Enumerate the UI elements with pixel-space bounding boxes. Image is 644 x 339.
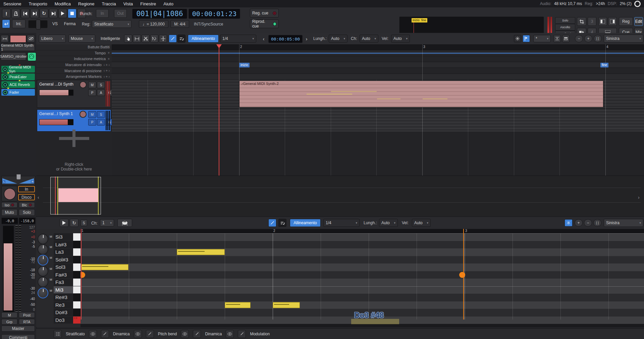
transport-loop-button[interactable]: ↻ [40,9,48,18]
timeline-playhead-line[interactable] [219,44,219,80]
track2-mute-button[interactable]: M [88,111,96,118]
timeline-rulers[interactable]: 234iniziofine [112,44,644,80]
summary-scroll-right[interactable]: › [638,195,640,200]
piano-key-La3[interactable] [73,248,80,256]
processor-general-midi-syn[interactable]: General MIDI Syn [1,66,35,72]
snap-toggle-button[interactable]: Allineamento [188,35,219,43]
edit-content-tool-button[interactable] [177,35,185,43]
cut-tool-button[interactable] [142,35,150,43]
transport-metronome-button[interactable] [11,9,20,18]
midi-snap-toggle[interactable]: Allineamento [290,219,321,227]
zoom-focus-dropdown[interactable]: Sinistra▾ [604,35,643,43]
playhead-line[interactable] [219,80,219,176]
ruler-row-add-buttons[interactable]: ‹ + › [104,69,110,72]
track-color-swatch[interactable] [10,35,26,43]
ruler-row-indicazione-metrica[interactable]: Indicazione metrica+ [36,56,112,62]
cc-mute-tag[interactable]: M [50,278,53,281]
lane-visible-button[interactable] [134,330,142,338]
record-arm-button[interactable] [1,186,17,201]
midi-follow-playhead-button[interactable] [565,219,573,227]
cc-knob[interactable] [38,288,48,298]
midi-draw-tool-button[interactable] [268,219,276,227]
lane-edit-button[interactable] [193,330,201,338]
editor-canvas[interactable]: ♪General MIDI Synth-2 [112,80,644,176]
piano-key-Re#3[interactable] [73,294,80,301]
cc-mute-tag[interactable]: M [50,289,53,292]
group-count-a[interactable]: 3 [588,17,596,26]
transport-midi-panic-button[interactable]: ! [2,9,11,18]
range-tool-button[interactable] [133,35,141,43]
track1-solo-button[interactable]: S [97,82,105,88]
transport-go-start-button[interactable] [21,9,30,18]
grid-row-Mi3[interactable] [80,286,644,294]
add-track-crosshair-v[interactable] [72,130,75,147]
summary-scroll-left[interactable]: ‹ [38,195,39,200]
minimap-marker-inizio[interactable]: inizio [412,18,421,22]
monitor-solo-button[interactable]: Solo [555,17,575,24]
mute-button[interactable]: Muto [1,209,17,216]
nudge-back-button[interactable]: ‹ [260,35,267,43]
processor-active-led[interactable] [3,75,8,80]
note-name-La3[interactable]: La3 [54,248,73,256]
note-name-Fa#3[interactable]: Fa#3 [54,271,73,279]
menu-item-regione[interactable]: Regione [78,1,94,6]
track-header-1[interactable]: General ...DI Synth M S P A G [37,80,111,108]
ruler-row-marcatore-di-intervallo[interactable]: Marcatore di intervallo‹ + › [36,62,112,68]
timeline-band[interactable] [112,56,644,62]
output-master-button[interactable]: Master [1,326,35,332]
grid-row-Fa3[interactable] [80,279,644,286]
track2-record-button[interactable] [79,111,87,118]
midi-channel-dropdown[interactable]: 1▾ [100,219,114,227]
patch-change-dot[interactable] [459,272,465,278]
note-name-Re#3[interactable]: Re#3 [54,294,73,301]
timeline-band[interactable] [112,74,644,80]
midi-length-dropdown[interactable]: Auto▾ [379,219,398,227]
transport-stop-button[interactable] [68,9,76,18]
midi-content-tool-button[interactable] [278,219,286,227]
midi-play-button[interactable] [60,219,68,227]
zoom-fit-button[interactable]: [ ] [594,35,602,42]
grid-value-dropdown[interactable]: 1/4▾ [220,35,256,43]
note-name-Re3[interactable]: Re3 [54,301,73,309]
menu-item-vista[interactable]: Vista [123,1,133,6]
track1-gain-slider[interactable] [39,90,73,96]
punch-in-button[interactable]: In [96,9,109,18]
cc-knob[interactable] [38,277,48,287]
piano-key-Do3[interactable]: C3 [73,317,80,324]
show-editor-list-button[interactable] [598,17,607,26]
lane-list-button[interactable] [54,330,62,338]
grid-row-Fa#3[interactable] [80,271,644,279]
note-name-Mi3[interactable]: Mi3 [54,286,73,294]
monitor-disk-button[interactable]: Disco [18,194,35,200]
midi-zoom-focus-dropdown[interactable]: Sinistra▾ [604,219,643,227]
nudge-clock[interactable]: 00:00:05:00 [268,35,303,43]
marker-select-button[interactable] [577,17,586,26]
grid-row-La3[interactable] [80,248,644,256]
midi-playhead-line[interactable] [81,229,82,320]
sync-source[interactable]: INT/SyncSource [194,22,223,27]
grid-row-Re3[interactable] [80,301,644,309]
midi-sound-notes-button[interactable] [117,219,132,227]
secondary-clock[interactable]: 00:00:01:23 [189,9,240,19]
midi-note-La3[interactable] [177,249,225,255]
piano-key-Sol3[interactable] [73,263,80,271]
track2-name[interactable]: General...I Synth 1 [39,111,73,116]
gain-fader[interactable] [3,226,14,312]
cc-mute-tag[interactable]: M [50,245,53,249]
track1-automation-button[interactable]: A [97,89,105,96]
rta-button[interactable]: RTA [19,319,35,325]
ruler-row-marcatore-di-posizione[interactable]: Marcatore di posizione‹ + › [36,68,112,74]
tempo-button[interactable]: ♩= 120,000 [139,20,168,28]
note-name-Fa3[interactable]: Fa3 [54,279,73,286]
cc-mute-tag[interactable]: M [50,256,53,259]
zoom-in-button[interactable]: + [584,35,592,42]
object-tool-button[interactable] [124,35,132,43]
monitor-input-button[interactable]: In [18,186,35,192]
menu-item-finestre[interactable]: Finestre [140,1,156,6]
session-summary[interactable]: ‹ › [36,176,644,216]
grid-row-Sol#3[interactable] [80,256,644,264]
gain-display[interactable]: -0,0 [1,217,18,224]
lane-edit-button[interactable] [238,330,246,338]
cc-knob[interactable] [38,234,48,244]
piano-key-La#3[interactable] [73,241,80,249]
